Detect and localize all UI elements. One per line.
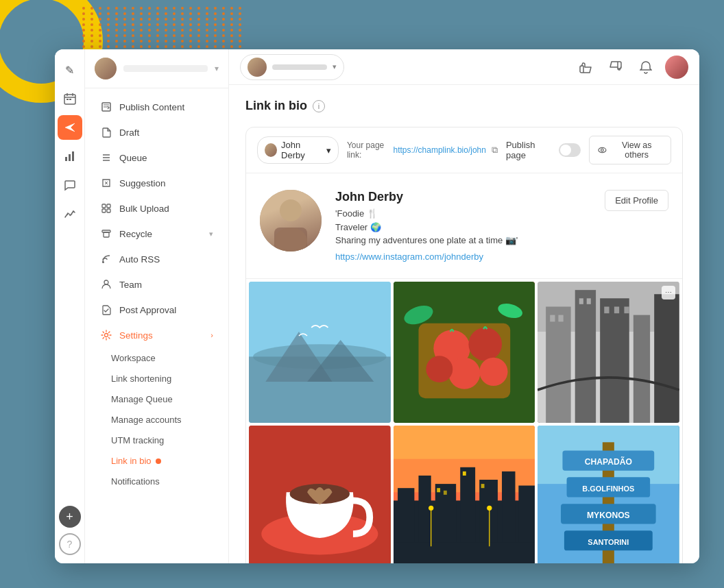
- notifications-bell-button[interactable]: [635, 56, 657, 78]
- account-avatar: [248, 58, 267, 77]
- copy-link-button[interactable]: ⧉: [492, 145, 498, 156]
- settings-sub-nav: Workspace Link shortening Manage Queue M…: [85, 348, 228, 491]
- thumbs-up-button[interactable]: [575, 56, 596, 78]
- svg-point-75: [487, 506, 492, 511]
- publish-toggle[interactable]: [559, 143, 581, 157]
- svg-point-26: [280, 199, 302, 221]
- svg-text:B.GOLFINHOS: B.GOLFINHOS: [583, 485, 635, 493]
- sidebar-item-post-approval[interactable]: Post Approval: [89, 297, 224, 322]
- photo-item-city-bw[interactable]: ⋯: [538, 282, 679, 424]
- svg-rect-49: [655, 294, 679, 423]
- auto-rss-icon: [100, 253, 112, 265]
- edit-profile-label: Edit Profile: [615, 195, 658, 206]
- workspace-label: Workspace: [111, 353, 156, 363]
- bio-description: 'Foodie 🍴 Traveler 🌍 Sharing my adventur…: [335, 207, 668, 247]
- sidebar-item-recycle[interactable]: Recycle ▾: [89, 221, 224, 246]
- photo-item-signs[interactable]: CHAPADÃO B.GOLFINHOS MYKONOS SANTORINI: [538, 426, 679, 563]
- bio-instagram-link[interactable]: https://www.instagram.com/johnderby: [335, 252, 668, 262]
- sidebar-item-settings[interactable]: Settings ›: [89, 323, 224, 347]
- sidebar-chevron-icon[interactable]: ▾: [215, 64, 219, 73]
- active-indicator: [156, 458, 161, 464]
- sidebar-item-queue[interactable]: Queue: [89, 145, 224, 170]
- link-shortening-label: Link shortening: [111, 373, 171, 384]
- settings-label: Settings: [119, 330, 153, 341]
- svg-rect-78: [463, 471, 466, 476]
- notifications-label: Notifications: [111, 476, 160, 487]
- photo-item-sky[interactable]: [249, 282, 391, 424]
- svg-rect-5: [69, 99, 71, 100]
- profile-selector-avatar: [265, 143, 277, 157]
- chat-nav-icon[interactable]: [58, 173, 82, 197]
- analytics-nav-icon[interactable]: [58, 201, 82, 226]
- sidebar-item-link-in-bio[interactable]: Link in bio: [100, 451, 224, 471]
- sidebar-item-notifications[interactable]: Notifications: [100, 471, 224, 491]
- svg-rect-71: [394, 542, 535, 563]
- sidebar-item-manage-queue[interactable]: Manage Queue: [100, 389, 224, 409]
- sidebar-item-team[interactable]: Team: [89, 272, 224, 297]
- svg-rect-45: [546, 306, 570, 423]
- svg-rect-76: [437, 488, 440, 492]
- utm-tracking-label: UTM tracking: [111, 435, 164, 445]
- view-as-others-button[interactable]: View as others: [589, 136, 671, 164]
- publish-page-label: Publish page: [506, 140, 553, 160]
- svg-rect-46: [575, 290, 596, 424]
- svg-point-39: [426, 356, 452, 382]
- info-icon-button[interactable]: i: [313, 100, 325, 112]
- page-link-url[interactable]: https://champlink.bio/john: [394, 145, 486, 155]
- svg-point-22: [104, 280, 108, 284]
- sidebar-item-suggestion[interactable]: Suggestion: [89, 171, 224, 195]
- page-link-label: Your page link:: [347, 140, 388, 160]
- svg-rect-55: [614, 306, 619, 313]
- sidebar-item-bulk-upload[interactable]: Bulk Upload: [89, 196, 224, 221]
- sidebar-item-link-shortening[interactable]: Link shortening: [100, 369, 224, 389]
- recycle-arrow-icon: ▾: [209, 230, 213, 238]
- sidebar-item-workspace[interactable]: Workspace: [100, 348, 224, 368]
- team-label: Team: [119, 280, 142, 290]
- svg-rect-17: [102, 209, 106, 212]
- app-container: ✎: [55, 49, 699, 563]
- svg-rect-53: [587, 298, 591, 304]
- sidebar-item-auto-rss[interactable]: Auto RSS: [89, 247, 224, 271]
- recycle-label: Recycle: [119, 229, 152, 239]
- account-selector[interactable]: ▾: [240, 54, 344, 80]
- edit-nav-icon[interactable]: ✎: [58, 58, 82, 82]
- svg-rect-8: [72, 151, 74, 161]
- photo-item-sunset-city[interactable]: [394, 426, 535, 563]
- help-button[interactable]: ?: [59, 533, 81, 555]
- bio-card-header: John Derby ▾ Your page link: https://cha…: [246, 127, 682, 173]
- svg-point-25: [601, 149, 604, 151]
- main-content: ▾: [229, 49, 699, 563]
- svg-rect-18: [107, 209, 110, 212]
- bulk-upload-icon: [100, 202, 112, 215]
- sidebar-item-draft[interactable]: Draft: [89, 120, 224, 145]
- svg-point-23: [105, 334, 108, 337]
- draft-label: Draft: [119, 127, 139, 138]
- svg-rect-56: [625, 306, 629, 313]
- sidebar-item-utm-tracking[interactable]: UTM tracking: [100, 430, 224, 450]
- photo-item-tomatoes[interactable]: [394, 282, 535, 424]
- bio-desc-line2: Traveler 🌍: [335, 221, 668, 234]
- profile-selector[interactable]: John Derby ▾: [257, 136, 339, 164]
- add-button[interactable]: +: [59, 506, 81, 528]
- sidebar-workspace-avatar: [95, 58, 117, 79]
- sidebar-item-publish[interactable]: Publish Content: [89, 95, 224, 119]
- sidebar-item-manage-accounts[interactable]: Manage accounts: [100, 410, 224, 430]
- photo-menu-icon[interactable]: ⋯: [662, 286, 675, 299]
- queue-icon: [100, 151, 112, 164]
- photo-item-coffee[interactable]: [249, 426, 391, 563]
- svg-rect-52: [579, 298, 583, 304]
- edit-profile-button[interactable]: Edit Profile: [605, 190, 668, 211]
- user-avatar[interactable]: [665, 56, 688, 79]
- bio-card: John Derby ▾ Your page link: https://cha…: [245, 127, 683, 563]
- bio-profile-avatar: [260, 190, 322, 252]
- settings-arrow-icon[interactable]: ›: [210, 331, 213, 339]
- send-nav-icon[interactable]: [58, 115, 82, 140]
- thumbs-down-button[interactable]: [605, 56, 627, 78]
- calendar-nav-icon[interactable]: [58, 86, 82, 111]
- svg-point-24: [599, 147, 606, 152]
- svg-text:CHAPADÃO: CHAPADÃO: [585, 456, 632, 467]
- suggestion-label: Suggestion: [119, 178, 166, 188]
- photo-grid: ⋯: [246, 279, 682, 564]
- bio-profile-section: John Derby 'Foodie 🍴 Traveler 🌍 Sharing …: [246, 173, 682, 279]
- chart-nav-icon[interactable]: [58, 144, 82, 169]
